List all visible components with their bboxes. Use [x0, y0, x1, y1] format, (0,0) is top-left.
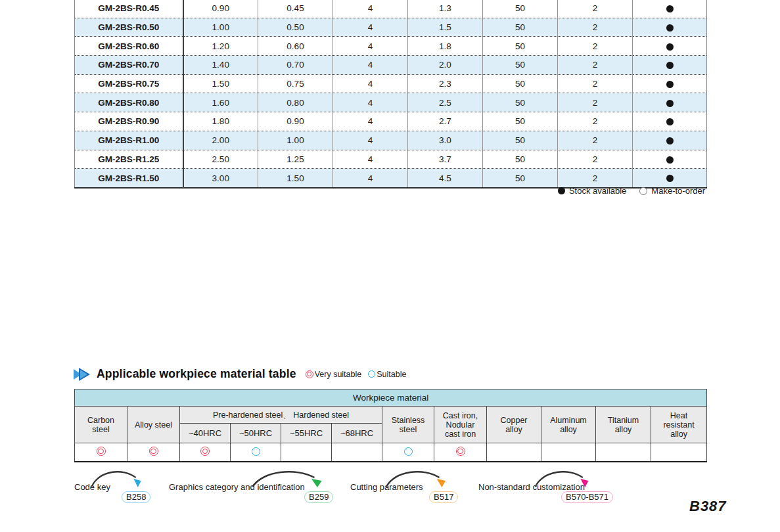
reference-page-badge[interactable]: B258	[122, 491, 150, 503]
very-suitable-icon	[97, 447, 106, 456]
very-suitable-icon	[456, 447, 465, 456]
value-cell: 0.90	[183, 0, 258, 18]
reference-page-badge[interactable]: B570-B571	[561, 491, 613, 503]
value-cell: 4	[333, 93, 408, 112]
value-cell: 0.60	[258, 37, 333, 56]
suitable-icon	[404, 447, 413, 456]
legend-stock-available: Stock available	[558, 186, 626, 196]
value-cell: 3.0	[408, 131, 483, 150]
material-mark-cell	[127, 443, 180, 462]
material-mark-cell	[231, 443, 281, 462]
reference-page-badge[interactable]: B259	[304, 491, 333, 503]
stock-dot-icon	[558, 187, 565, 194]
header-stainless-steel: Stainless steel	[382, 407, 434, 443]
availability-cell	[633, 37, 707, 56]
very-suitable-icon	[306, 370, 313, 378]
availability-legend: Stock available Make-to-order	[558, 186, 705, 196]
value-cell: 2.00	[183, 131, 258, 150]
value-cell: 4	[333, 150, 408, 169]
material-mark-cell	[541, 443, 596, 462]
value-cell: 2	[558, 0, 633, 18]
value-cell: 1.00	[258, 131, 333, 150]
header-titanium-alloy: Titanium alloy	[596, 407, 651, 443]
header-cast-iron: Cast iron, Nodular cast iron	[434, 407, 487, 443]
value-cell: 2.5	[408, 93, 483, 112]
stock-dot-icon	[666, 62, 674, 69]
model-cell: GM-2BS-R0.75	[75, 74, 183, 93]
reference-page-badge[interactable]: B517	[429, 491, 458, 503]
model-cell: GM-2BS-R1.00	[75, 131, 183, 150]
header-alloy-steel: Alloy steel	[127, 407, 180, 443]
value-cell: 2	[558, 150, 633, 169]
suitability-legend: Very suitable Suitable	[306, 370, 407, 379]
header-heat-resistant-alloy: Heat resistant alloy	[651, 407, 707, 443]
availability-cell	[633, 18, 707, 37]
stock-dot-icon	[666, 5, 674, 12]
model-cell: GM-2BS-R0.45	[75, 0, 183, 18]
model-cell: GM-2BS-R0.50	[75, 18, 183, 37]
stock-dot-icon	[666, 137, 674, 144]
value-cell: 4.5	[408, 169, 483, 188]
value-cell: 0.75	[258, 74, 333, 93]
value-cell: 4	[333, 112, 408, 131]
value-cell: 2	[558, 37, 633, 56]
header-prehardened-group: Pre-hardened steel、 Hardened steel	[180, 407, 382, 424]
value-cell: 2	[558, 112, 633, 131]
value-cell: 4	[333, 74, 408, 93]
value-cell: 4	[333, 37, 408, 56]
value-cell: 0.45	[258, 0, 333, 18]
header-40hrc: ~40HRC	[180, 424, 231, 443]
header-50hrc: ~50HRC	[231, 424, 281, 443]
value-cell: 4	[333, 169, 408, 188]
material-mark-cell	[75, 443, 127, 462]
value-cell: 4	[333, 56, 408, 75]
spec-row: GM-2BS-R1.002.001.0043.0502	[75, 131, 707, 150]
availability-cell	[633, 56, 707, 75]
value-cell: 2	[558, 93, 633, 112]
spec-row: GM-2BS-R0.601.200.6041.8502	[75, 37, 707, 56]
value-cell: 1.50	[183, 74, 258, 93]
value-cell: 50	[483, 37, 558, 56]
value-cell: 2.3	[408, 74, 483, 93]
material-mark-cell	[434, 443, 487, 462]
value-cell: 50	[483, 74, 558, 93]
suitable-label: Suitable	[377, 370, 406, 379]
legend-very-suitable: Very suitable	[306, 370, 362, 379]
section-title: Applicable workpiece material table	[97, 367, 296, 381]
suitable-icon	[252, 447, 260, 456]
value-cell: 1.20	[183, 37, 258, 56]
spec-row: GM-2BS-R0.751.500.7542.3502	[75, 74, 707, 93]
material-mark-cell	[180, 443, 231, 462]
value-cell: 2	[558, 74, 633, 93]
value-cell: 1.5	[408, 18, 483, 37]
header-55hrc: ~55HRC	[281, 424, 332, 443]
value-cell: 2.50	[183, 150, 258, 169]
model-cell: GM-2BS-R1.50	[75, 169, 183, 188]
spec-table: GM-2BS-R0.450.900.4541.3502GM-2BS-R0.501…	[74, 0, 706, 188]
curved-arrow-icon	[534, 468, 590, 489]
value-cell: 2	[558, 169, 633, 188]
value-cell: 1.40	[183, 56, 258, 75]
very-suitable-icon	[200, 447, 210, 456]
model-cell: GM-2BS-R0.80	[75, 93, 183, 112]
model-cell: GM-2BS-R0.90	[75, 112, 183, 131]
workpiece-material-table: Workpiece material Carbon steel Alloy st…	[74, 389, 706, 462]
spec-row: GM-2BS-R0.501.000.5041.5502	[75, 18, 707, 37]
stock-dot-icon	[666, 100, 674, 107]
material-mark-cell	[596, 443, 651, 462]
spec-row: GM-2BS-R0.701.400.7042.0502	[75, 56, 707, 75]
availability-cell	[633, 0, 707, 18]
value-cell: 1.50	[258, 169, 333, 188]
availability-cell	[633, 93, 707, 112]
legend-make-to-order: Make-to-order	[639, 186, 705, 196]
spec-row: GM-2BS-R0.801.600.8042.5502	[75, 93, 707, 112]
spec-row: GM-2BS-R1.252.501.2543.7502	[75, 150, 707, 169]
curved-arrow-icon	[250, 468, 324, 489]
value-cell: 3.00	[183, 169, 258, 188]
value-cell: 50	[483, 112, 558, 131]
stock-dot-icon	[666, 81, 674, 88]
make-to-order-circle-icon	[639, 187, 647, 195]
stock-dot-icon	[666, 43, 674, 51]
header-copper-alloy: Copper alloy	[487, 407, 541, 443]
stock-dot-icon	[666, 156, 674, 164]
